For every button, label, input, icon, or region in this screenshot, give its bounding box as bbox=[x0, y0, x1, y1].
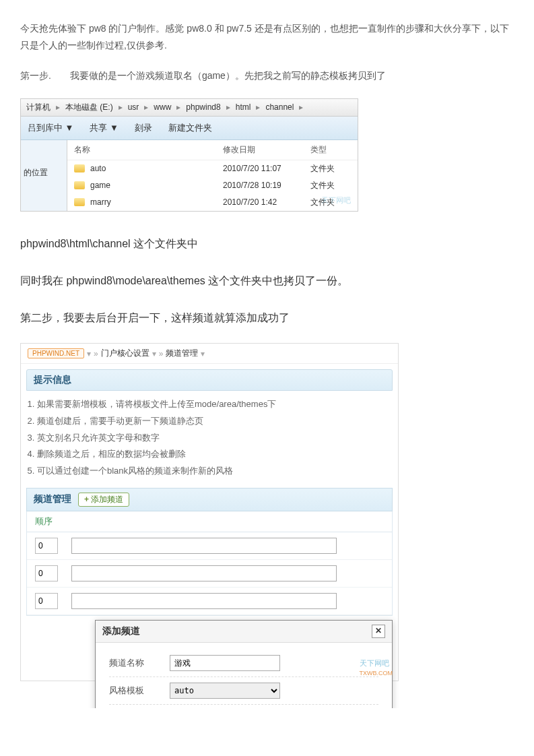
channel-input[interactable] bbox=[71, 593, 337, 609]
folder-date: 2010/7/20 1:42 bbox=[223, 197, 310, 207]
section-3: 第二步，我要去后台开启一下，这样频道就算添加成功了 bbox=[20, 306, 514, 329]
folder-name: marry bbox=[90, 197, 223, 207]
admin-breadcrumb: PHPWIND.NET ▾» 门户核心设置 ▾» 频道管理 ▾ bbox=[21, 344, 398, 364]
folder-type: 文件夹 bbox=[310, 180, 351, 191]
section-2: 同时我在 phpwind8\mode\area\themes 这个文件夹中也拷贝… bbox=[20, 269, 514, 292]
crumb-html[interactable]: html bbox=[236, 102, 251, 112]
table-row bbox=[27, 588, 392, 615]
crumb-computer[interactable]: 计算机 bbox=[26, 102, 51, 113]
crumb-usr[interactable]: usr bbox=[128, 102, 139, 112]
folder-name: game bbox=[90, 181, 223, 190]
toolbar-burn[interactable]: 刻录 bbox=[135, 122, 152, 134]
phpwind-logo: PHPWIND.NET bbox=[28, 348, 84, 358]
order-input[interactable] bbox=[35, 593, 58, 609]
folder-row[interactable]: game 2010/7/28 10:19 文件夹 bbox=[67, 177, 358, 194]
channel-input[interactable] bbox=[71, 565, 337, 581]
toolbar-library[interactable]: 吕到库中 ▼ bbox=[28, 122, 73, 134]
folder-icon bbox=[74, 198, 85, 206]
header-name[interactable]: 名称 bbox=[74, 144, 223, 156]
header-type[interactable]: 类型 bbox=[310, 144, 351, 156]
channel-title: 频道管理 bbox=[34, 493, 71, 505]
close-icon[interactable]: ✕ bbox=[372, 625, 385, 638]
watermark: 天下网吧 bbox=[321, 195, 351, 206]
crumb-channel[interactable]: channel bbox=[265, 102, 294, 112]
crumb-www[interactable]: www bbox=[154, 102, 171, 112]
add-channel-button[interactable]: 添加频道 bbox=[78, 493, 129, 507]
folder-date: 2010/7/20 11:07 bbox=[223, 164, 310, 173]
file-explorer: 计算机▸ 本地磁盘 (E:)▸ usr▸ www▸ phpwind8▸ html… bbox=[20, 98, 358, 212]
info-list: 如果需要新增模板，请将模板文件上传至mode/area/themes下 频道创建… bbox=[37, 396, 390, 479]
channel-name-input[interactable] bbox=[170, 655, 280, 671]
folder-name: auto bbox=[90, 164, 223, 173]
folder-row[interactable]: auto 2010/7/20 11:07 文件夹 bbox=[67, 160, 358, 177]
channel-name-label: 频道名称 bbox=[109, 657, 170, 669]
info-item: 可以通过创建一个blank风格的频道来制作新的风格 bbox=[37, 463, 390, 480]
admin-panel: PHPWIND.NET ▾» 门户核心设置 ▾» 频道管理 ▾ 提示信息 如果需… bbox=[20, 343, 399, 681]
crumb-disk[interactable]: 本地磁盘 (E:) bbox=[65, 102, 113, 113]
explorer-sidebar: 的位置 bbox=[21, 140, 67, 211]
folder-icon bbox=[74, 164, 85, 172]
toolbar-share[interactable]: 共享 ▼ bbox=[90, 122, 118, 134]
explorer-toolbar: 吕到库中 ▼ 共享 ▼ 刻录 新建文件夹 bbox=[21, 117, 358, 140]
order-input[interactable] bbox=[35, 565, 58, 581]
style-template-select[interactable]: auto bbox=[170, 683, 280, 699]
watermark: 天下网吧TXWB.COM bbox=[360, 658, 393, 676]
toolbar-newfolder[interactable]: 新建文件夹 bbox=[168, 122, 212, 134]
intro-paragraph-2: 第一步. 我要做的是一个游戏频道取名（game）。先把我之前写的静态模板拷贝到了 bbox=[20, 67, 514, 84]
info-item: 英文别名只允许英文字母和数字 bbox=[37, 430, 390, 447]
order-header: 顺序 bbox=[27, 511, 392, 532]
crumb-portal-settings[interactable]: 门户核心设置 bbox=[101, 348, 149, 359]
folder-type: 文件夹 bbox=[310, 163, 351, 175]
add-channel-dialog: 添加频道 ✕ 频道名称 风格模板 auto 英文别名 域名绑定 bbox=[95, 620, 393, 708]
crumb-phpwind8[interactable]: phpwind8 bbox=[186, 102, 220, 112]
info-item: 如果需要新增模板，请将模板文件上传至mode/area/themes下 bbox=[37, 396, 390, 413]
crumb-channel-management[interactable]: 频道管理 bbox=[166, 348, 198, 359]
table-row bbox=[27, 532, 392, 560]
dialog-title-bar[interactable]: 添加频道 ✕ bbox=[96, 621, 392, 643]
header-date[interactable]: 修改日期 bbox=[223, 144, 310, 156]
channel-input[interactable] bbox=[71, 538, 337, 554]
folder-row[interactable]: marry 2010/7/20 1:42 文件夹 bbox=[67, 194, 358, 211]
order-input[interactable] bbox=[35, 538, 58, 554]
intro-paragraph-1: 今天抢先体验下 pw8 的门户制作。感觉 pw8.0 和 pw7.5 还是有点区… bbox=[20, 20, 514, 54]
info-item: 删除频道之后，相应的数据均会被删除 bbox=[37, 446, 390, 463]
channel-table: 顺序 bbox=[26, 511, 393, 616]
folder-icon bbox=[74, 181, 85, 189]
info-title: 提示信息 bbox=[26, 369, 393, 391]
channel-management-header: 频道管理 添加频道 bbox=[26, 488, 393, 511]
address-bar[interactable]: 计算机▸ 本地磁盘 (E:)▸ usr▸ www▸ phpwind8▸ html… bbox=[21, 99, 358, 117]
folder-date: 2010/7/28 10:19 bbox=[223, 181, 310, 190]
style-template-label: 风格模板 bbox=[109, 685, 170, 697]
section-1: phpwind8\html\channel 这个文件夹中 bbox=[20, 232, 514, 255]
dialog-title: 添加频道 bbox=[102, 625, 140, 637]
info-item: 频道创建后，需要手动更新一下频道静态页 bbox=[37, 413, 390, 430]
column-headers: 名称 修改日期 类型 bbox=[67, 140, 358, 160]
table-row bbox=[27, 560, 392, 588]
